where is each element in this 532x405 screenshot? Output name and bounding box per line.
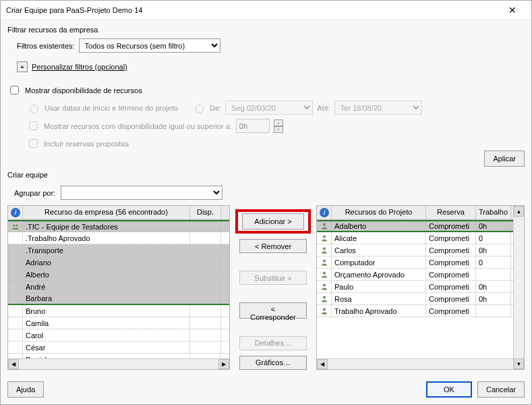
table-row[interactable]: Barbara bbox=[8, 293, 229, 305]
expand-filters-button[interactable]: + bbox=[17, 61, 28, 72]
resource-disp bbox=[190, 256, 221, 268]
work-value: 0h bbox=[476, 244, 511, 256]
table-row[interactable]: Daniela bbox=[8, 354, 229, 358]
project-resources-header: i Recursos do Projeto Reserva Trabalho bbox=[317, 206, 524, 220]
resource-name: Alicate bbox=[332, 232, 426, 244]
from-label: De: bbox=[210, 104, 221, 112]
group-by-select[interactable] bbox=[61, 186, 223, 200]
customize-filters-row: + Personalizar filtros (opcional) bbox=[17, 61, 525, 72]
svg-point-7 bbox=[323, 284, 326, 286]
info-header-icon: i bbox=[8, 206, 23, 219]
table-row[interactable]: César bbox=[8, 342, 229, 354]
company-resources-panel: i Recurso da empresa (56 encontrado) Dis… bbox=[7, 205, 230, 370]
resource-name: Orçamento Aprovado bbox=[332, 269, 426, 280]
person-icon bbox=[317, 281, 332, 292]
add-button[interactable]: Adicionar > bbox=[242, 213, 304, 230]
window-title: Criar Equipe para PaaS-Projeto Demo 14 bbox=[6, 6, 142, 14]
svg-point-3 bbox=[323, 235, 326, 238]
resource-disp bbox=[190, 354, 221, 358]
remove-button[interactable]: < Remover bbox=[239, 239, 307, 253]
scroll-up-icon[interactable]: ▲ bbox=[514, 206, 524, 217]
project-resources-body[interactable]: AdalbertoComprometi0hAlicateComprometi0C… bbox=[317, 220, 524, 358]
table-row[interactable]: Camila bbox=[8, 317, 229, 329]
group-icon bbox=[8, 221, 23, 232]
scroll-down-icon[interactable]: ▼ bbox=[514, 358, 524, 369]
charts-button[interactable]: Gráficos… bbox=[239, 356, 307, 370]
include-proposed-label: Incluir reservas propostas bbox=[44, 140, 129, 148]
group-by-label: Agrupar por: bbox=[14, 189, 55, 197]
project-resources-panel: i Recursos do Projeto Reserva Trabalho A… bbox=[316, 205, 525, 370]
include-proposed-row: Incluir reservas propostas bbox=[26, 137, 525, 150]
resource-disp bbox=[190, 244, 221, 256]
to-label: Até: bbox=[317, 104, 330, 112]
table-row[interactable]: Carol bbox=[8, 329, 229, 342]
match-button[interactable]: < Corresponder bbox=[239, 302, 307, 319]
scroll-left-icon[interactable]: ◀ bbox=[8, 359, 19, 369]
work-value: 0h bbox=[476, 221, 511, 231]
person-icon bbox=[8, 232, 23, 244]
panels: i Recurso da empresa (56 encontrado) Dis… bbox=[7, 205, 525, 370]
table-row[interactable]: .Transporte bbox=[8, 244, 229, 256]
transfer-buttons-panel: Adicionar > < Remover Substituir > < Cor… bbox=[233, 205, 314, 370]
svg-point-0 bbox=[13, 224, 15, 226]
person-icon bbox=[8, 329, 23, 341]
details-button: Detalhes… bbox=[239, 336, 307, 350]
person-icon bbox=[8, 281, 23, 292]
table-row[interactable]: .Trabalho Aprovado bbox=[8, 232, 229, 244]
person-icon bbox=[8, 317, 23, 329]
scroll-left-icon[interactable]: ◀ bbox=[317, 359, 328, 369]
right-scroll-h[interactable]: ◀ ▶ bbox=[317, 358, 524, 369]
person-icon bbox=[317, 305, 332, 317]
work-value: 0 bbox=[476, 232, 511, 244]
table-row[interactable]: .TIC - Equipe de Testadores bbox=[8, 220, 229, 232]
person-icon bbox=[317, 293, 332, 304]
table-row[interactable]: RosaComprometi0h bbox=[317, 293, 524, 305]
cancel-button[interactable]: Cancelar bbox=[477, 381, 525, 398]
alt-dates-radio bbox=[195, 105, 204, 113]
filter-section-label: Filtrar recursos da empresa bbox=[7, 26, 525, 34]
existing-filters-select[interactable]: Todos os Recursos (sem filtro) bbox=[79, 38, 220, 53]
right-scroll-v[interactable]: ▲ ▼ bbox=[513, 206, 524, 369]
show-availability-checkbox[interactable] bbox=[10, 86, 19, 94]
resource-name: .TIC - Equipe de Testadores bbox=[23, 221, 190, 232]
table-row[interactable]: PauloComprometi0h bbox=[317, 281, 524, 293]
ok-button[interactable]: OK bbox=[426, 381, 472, 398]
table-row[interactable]: André bbox=[8, 281, 229, 293]
table-row[interactable]: Bruno bbox=[8, 305, 229, 317]
person-icon bbox=[8, 244, 23, 256]
resource-name: Adalberto bbox=[332, 221, 426, 231]
resource-name: Paulo bbox=[332, 281, 426, 292]
left-scroll-h[interactable]: ◀ ▶ bbox=[8, 358, 229, 369]
apply-button[interactable]: Aplicar bbox=[484, 151, 525, 167]
table-row[interactable]: Alberto bbox=[8, 269, 229, 281]
table-row[interactable]: CarlosComprometi0h bbox=[317, 244, 524, 256]
close-icon[interactable]: ✕ bbox=[499, 5, 526, 16]
scroll-right-icon[interactable]: ▶ bbox=[218, 359, 229, 369]
person-icon bbox=[8, 293, 23, 304]
table-row[interactable]: AlicateComprometi0 bbox=[317, 232, 524, 244]
reserve-value: Comprometi bbox=[426, 281, 476, 292]
table-row[interactable]: Trabalho AprovadoComprometi bbox=[317, 305, 524, 317]
help-button[interactable]: Ajuda bbox=[7, 381, 44, 398]
availability-header[interactable]: Disp. bbox=[190, 206, 221, 219]
project-resource-header[interactable]: Recursos do Projeto bbox=[332, 206, 426, 219]
svg-point-8 bbox=[323, 296, 326, 298]
work-value: 0h bbox=[476, 281, 511, 292]
dialog-content: Filtrar recursos da empresa Filtros exis… bbox=[1, 20, 531, 374]
resource-disp bbox=[190, 281, 221, 292]
company-resource-header[interactable]: Recurso da empresa (56 encontrado) bbox=[23, 206, 190, 219]
reserve-value: Comprometi bbox=[426, 244, 476, 256]
person-icon bbox=[317, 244, 332, 256]
table-row[interactable]: AdalbertoComprometi0h bbox=[317, 220, 524, 232]
company-resources-body[interactable]: .TIC - Equipe de Testadores.Trabalho Apr… bbox=[8, 220, 229, 358]
table-row[interactable]: Adriano bbox=[8, 256, 229, 269]
work-value: 0h bbox=[476, 293, 511, 304]
work-header[interactable]: Trabalho bbox=[476, 206, 511, 219]
person-icon bbox=[8, 354, 23, 358]
table-row[interactable]: ComputadorComprometi0 bbox=[317, 256, 524, 269]
reserve-header[interactable]: Reserva bbox=[426, 206, 476, 219]
resource-disp bbox=[190, 269, 221, 280]
svg-point-5 bbox=[323, 259, 326, 262]
table-row[interactable]: Orçamento AprovadoComprometi bbox=[317, 269, 524, 281]
date-to-select: Ter 18/08/20 bbox=[334, 101, 422, 115]
